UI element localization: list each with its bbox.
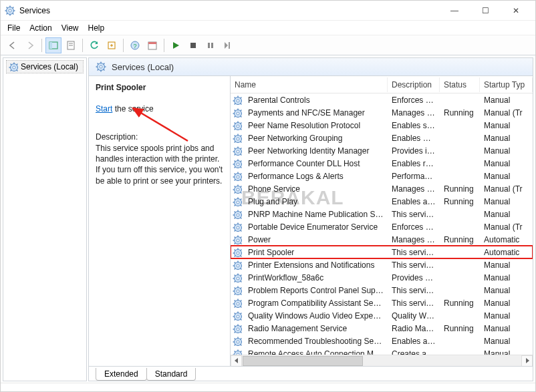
tree-root-services-local[interactable]: Services (Local) bbox=[6, 60, 84, 73]
service-startup-type: Manual (Tr bbox=[480, 184, 533, 194]
gear-icon bbox=[231, 337, 244, 346]
service-name: Radio Management Service bbox=[244, 324, 388, 333]
main-area: Services (Local) Services (Local) Print … bbox=[1, 55, 535, 383]
scroll-track[interactable] bbox=[242, 355, 521, 367]
window-title: Services bbox=[19, 6, 50, 15]
service-startup-type: Manual bbox=[480, 260, 533, 270]
svg-rect-21 bbox=[208, 43, 210, 48]
gear-icon bbox=[231, 311, 244, 321]
gear-icon bbox=[231, 235, 244, 244]
service-row[interactable]: Phone ServiceManages th...RunningManual … bbox=[231, 182, 533, 195]
service-startup-type: Manual bbox=[480, 121, 533, 130]
gear-icon bbox=[231, 273, 244, 282]
gear-icon bbox=[9, 62, 18, 71]
forward-button[interactable] bbox=[22, 37, 38, 53]
start-service-button[interactable] bbox=[168, 37, 184, 53]
export-list-button[interactable] bbox=[104, 37, 120, 53]
service-startup-type: Automatic bbox=[480, 235, 533, 244]
stop-service-button[interactable] bbox=[185, 37, 201, 53]
service-row[interactable]: Peer Name Resolution ProtocolEnables ser… bbox=[231, 119, 533, 132]
titlebar: Services — ☐ ✕ bbox=[1, 1, 535, 21]
service-row[interactable]: Payments and NFC/SE ManagerManages pa...… bbox=[231, 106, 533, 119]
close-button[interactable]: ✕ bbox=[501, 1, 531, 21]
service-row[interactable]: Parental ControlsEnforces pa...Manual bbox=[231, 93, 533, 106]
service-row[interactable]: PowerManages p...RunningAutomatic bbox=[231, 233, 533, 246]
service-startup-type: Automatic bbox=[480, 248, 533, 257]
service-row[interactable]: Print SpoolerThis service ...Automatic bbox=[231, 246, 533, 258]
service-description: Enforces pa... bbox=[388, 95, 440, 105]
maximize-button[interactable]: ☐ bbox=[470, 1, 501, 21]
service-list: Name Description Status Startup Typ Pare… bbox=[231, 76, 533, 366]
calendar-button[interactable] bbox=[144, 37, 160, 53]
service-status: Running bbox=[440, 108, 480, 118]
service-name: Problem Reports Control Panel Support bbox=[244, 286, 388, 295]
show-hide-tree-button[interactable] bbox=[45, 37, 61, 53]
service-startup-type: Manual bbox=[480, 197, 533, 206]
svg-rect-11 bbox=[49, 42, 52, 49]
scroll-right-button[interactable] bbox=[521, 355, 533, 367]
refresh-button[interactable] bbox=[86, 37, 102, 53]
service-startup-type: Manual bbox=[480, 172, 533, 181]
svg-rect-23 bbox=[229, 42, 230, 49]
service-name: Peer Name Resolution Protocol bbox=[244, 121, 388, 130]
pause-service-button[interactable] bbox=[203, 37, 219, 53]
service-row[interactable]: Recommended Troubleshooting ServiceEnabl… bbox=[231, 335, 533, 347]
gear-icon bbox=[231, 108, 244, 118]
svg-rect-19 bbox=[148, 42, 156, 44]
col-description[interactable]: Description bbox=[388, 77, 440, 92]
menu-view[interactable]: View bbox=[61, 23, 79, 33]
service-description: Enables rem... bbox=[388, 159, 440, 168]
service-status: Running bbox=[440, 299, 480, 308]
service-row[interactable]: PNRP Machine Name Publication Serv...Thi… bbox=[231, 208, 533, 220]
service-status: Running bbox=[440, 324, 480, 333]
service-row[interactable]: Quality Windows Audio Video Experie...Qu… bbox=[231, 309, 533, 322]
back-button[interactable] bbox=[5, 37, 21, 53]
col-startup-type[interactable]: Startup Typ bbox=[480, 77, 533, 92]
service-name: Portable Device Enumerator Service bbox=[244, 222, 388, 232]
service-startup-type: Manual bbox=[480, 210, 533, 219]
service-row[interactable]: Plug and PlayEnables a c...RunningManual bbox=[231, 195, 533, 208]
service-row[interactable]: Printer Extensions and NotificationsThis… bbox=[231, 258, 533, 271]
service-row[interactable]: Performance Logs & AlertsPerformanc...Ma… bbox=[231, 170, 533, 182]
col-status[interactable]: Status bbox=[440, 77, 480, 92]
gear-icon bbox=[231, 210, 244, 219]
help-button[interactable]: ? bbox=[127, 37, 143, 53]
service-row[interactable]: Program Compatibility Assistant ServiceT… bbox=[231, 297, 533, 309]
service-row[interactable]: Radio Management ServiceRadio Mana...Run… bbox=[231, 322, 533, 335]
properties-button[interactable] bbox=[63, 37, 79, 53]
service-startup-type: Manual bbox=[480, 337, 533, 346]
svg-text:?: ? bbox=[133, 43, 136, 49]
service-description: Enforces gr... bbox=[388, 222, 440, 232]
horizontal-scrollbar[interactable] bbox=[231, 355, 533, 366]
service-description: Provides ide... bbox=[388, 146, 440, 156]
service-row[interactable]: Remote Access Auto Connection Man...Crea… bbox=[231, 347, 533, 355]
service-row[interactable]: Problem Reports Control Panel SupportThi… bbox=[231, 284, 533, 297]
service-row[interactable]: PrintWorkflow_58a6cProvides su...Manual bbox=[231, 271, 533, 284]
restart-service-button[interactable] bbox=[220, 37, 236, 53]
service-row[interactable]: Performance Counter DLL HostEnables rem.… bbox=[231, 157, 533, 170]
gear-icon bbox=[96, 61, 106, 72]
gear-icon bbox=[231, 299, 244, 308]
start-service-link[interactable]: Start bbox=[96, 104, 112, 114]
menu-help[interactable]: Help bbox=[88, 23, 105, 33]
scroll-left-button[interactable] bbox=[231, 355, 242, 367]
service-row[interactable]: Portable Device Enumerator ServiceEnforc… bbox=[231, 220, 533, 233]
menu-file[interactable]: File bbox=[7, 23, 20, 33]
service-description: This service ... bbox=[388, 210, 440, 219]
service-row[interactable]: Peer Networking Identity ManagerProvides… bbox=[231, 144, 533, 157]
service-startup-type: Manual bbox=[480, 95, 533, 105]
scroll-thumb[interactable] bbox=[243, 356, 363, 366]
service-description: Radio Mana... bbox=[388, 324, 440, 333]
col-name[interactable]: Name bbox=[231, 77, 388, 92]
menu-action[interactable]: Action bbox=[29, 23, 51, 33]
tab-standard[interactable]: Standard bbox=[146, 368, 196, 381]
minimize-button[interactable]: — bbox=[439, 1, 470, 21]
service-row[interactable]: Peer Networking GroupingEnables mul...Ma… bbox=[231, 132, 533, 144]
gear-icon bbox=[231, 95, 244, 105]
service-startup-type: Manual bbox=[480, 311, 533, 321]
gear-icon bbox=[231, 248, 244, 257]
service-name: Printer Extensions and Notifications bbox=[244, 260, 388, 270]
tab-extended[interactable]: Extended bbox=[96, 368, 147, 381]
service-description: Performanc... bbox=[388, 172, 440, 181]
service-description: This service ... bbox=[388, 286, 440, 295]
